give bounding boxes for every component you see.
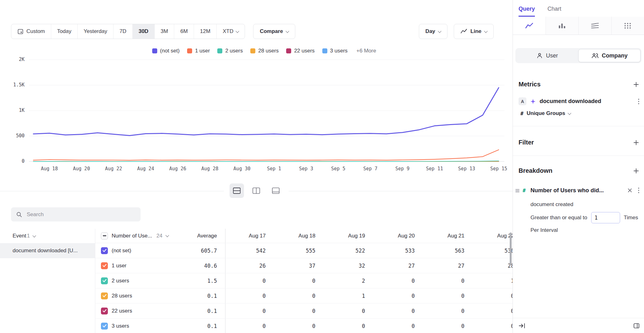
- per-interval-label[interactable]: Per Interval: [530, 227, 640, 233]
- event-cell: [0, 273, 95, 288]
- range-30d[interactable]: 30D: [132, 24, 154, 39]
- range-yesterday[interactable]: Yesterday: [77, 24, 113, 39]
- row-value: 0: [225, 273, 275, 288]
- unit-label: Times: [624, 215, 638, 221]
- compare-button[interactable]: Compare: [253, 24, 295, 39]
- row-value: 555: [275, 243, 325, 258]
- series-name-cell: 28 users: [95, 288, 180, 303]
- row-average: 0.1: [180, 303, 225, 318]
- date-column-headers: Aug 17Aug 18Aug 19Aug 20Aug 21Aug 22: [225, 229, 513, 243]
- range-7d[interactable]: 7D: [113, 24, 132, 39]
- event-cell[interactable]: document downloaded [U...: [0, 243, 95, 258]
- table-body: document downloaded [U...(not set)605.75…: [0, 243, 513, 333]
- series-checkbox[interactable]: [101, 292, 108, 299]
- breakdown-property-name[interactable]: Number of Users who did...: [530, 187, 622, 194]
- search-input[interactable]: [26, 211, 136, 218]
- metric-options-icon[interactable]: [638, 98, 640, 105]
- collapse-panel-icon[interactable]: [519, 323, 525, 329]
- legend-more[interactable]: +6 More: [356, 48, 376, 54]
- date-range-selector: Custom Today Yesterday 7D 30D 3M 6M 12M …: [11, 24, 245, 39]
- row-value: 1: [325, 288, 375, 303]
- legend-swatch: [217, 48, 222, 53]
- series-checkbox[interactable]: [101, 262, 108, 269]
- event-sparkle-icon: [530, 99, 536, 104]
- average-column-header: Average: [180, 229, 225, 243]
- row-average: 1.5: [180, 273, 225, 288]
- bar-chart-tab[interactable]: [546, 17, 579, 35]
- split-vertical-view-button[interactable]: [249, 183, 264, 198]
- chevron-down-icon: [484, 29, 487, 33]
- series-checkbox[interactable]: [101, 308, 108, 314]
- chart-type-button[interactable]: Line: [454, 24, 494, 39]
- add-filter-button[interactable]: [633, 140, 639, 145]
- row-value: 1: [474, 273, 513, 288]
- chart-line: [33, 88, 499, 135]
- tab-query[interactable]: Query: [519, 6, 535, 17]
- breakdown-event-name[interactable]: document created: [530, 201, 640, 208]
- metric-event-name[interactable]: document downloaded: [540, 98, 634, 105]
- row-value: 0: [474, 288, 513, 303]
- range-12m[interactable]: 12M: [194, 24, 216, 39]
- event-selector[interactable]: Event 1: [0, 229, 95, 243]
- series-label: 1 user: [112, 263, 126, 269]
- search-icon: [16, 211, 22, 218]
- company-toggle[interactable]: Company: [578, 49, 641, 62]
- close-icon[interactable]: [628, 188, 632, 193]
- range-6m[interactable]: 6M: [174, 24, 194, 39]
- legend-item[interactable]: (not set): [152, 48, 180, 54]
- legend-item[interactable]: 3 users: [322, 48, 348, 54]
- grid-dots-icon: [624, 22, 632, 30]
- row-average: 0.1: [180, 288, 225, 303]
- line-chart[interactable]: [29, 57, 504, 164]
- split-horizontal-view-button[interactable]: [230, 183, 244, 198]
- x-axis-label: Sep 15: [490, 166, 507, 172]
- select-all-checkbox[interactable]: [101, 232, 108, 239]
- add-breakdown-button[interactable]: [633, 168, 639, 174]
- more-charts-tab[interactable]: [611, 17, 644, 35]
- user-toggle[interactable]: User: [516, 49, 578, 62]
- row-value: 27: [375, 258, 424, 273]
- range-3m[interactable]: 3M: [154, 24, 174, 39]
- row-value: 522: [325, 243, 375, 258]
- x-axis-label: Aug 26: [169, 166, 186, 172]
- x-axis: Aug 18Aug 20Aug 22Aug 24Aug 26Aug 28Aug …: [29, 166, 504, 173]
- row-value: 563: [424, 243, 474, 258]
- group-column-selector[interactable]: Number of Use... 24: [95, 229, 180, 243]
- chart-type-tabs: [513, 17, 644, 35]
- legend-item[interactable]: 22 users: [286, 48, 314, 54]
- line-chart-tab[interactable]: [513, 17, 546, 35]
- legend-swatch: [250, 48, 255, 53]
- chart-line: [33, 161, 499, 161]
- series-checkbox[interactable]: [101, 277, 108, 284]
- range-xtd[interactable]: XTD: [216, 24, 245, 39]
- measure-selector[interactable]: # Unique Groups: [520, 110, 640, 117]
- row-value: 536: [474, 243, 513, 258]
- series-checkbox[interactable]: [101, 247, 108, 254]
- query-panel: Query Chart: [513, 0, 644, 333]
- operator-label[interactable]: Greater than or equal to: [530, 215, 587, 221]
- legend-item[interactable]: 1 user: [187, 48, 210, 54]
- table-only-view-button[interactable]: [269, 183, 283, 198]
- legend-item[interactable]: 28 users: [250, 48, 279, 54]
- series-checkbox[interactable]: [101, 323, 108, 330]
- range-today[interactable]: Today: [51, 24, 77, 39]
- tab-chart[interactable]: Chart: [547, 6, 561, 17]
- add-metric-button[interactable]: [633, 82, 639, 87]
- threshold-input[interactable]: [591, 212, 620, 223]
- drag-handle-icon[interactable]: [515, 189, 519, 192]
- line-chart-icon: [460, 28, 467, 35]
- number-icon: #: [520, 111, 524, 117]
- series-name-cell: (not set): [95, 243, 180, 258]
- table-row: document downloaded [U...(not set)605.75…: [0, 243, 513, 258]
- row-value: 0: [225, 288, 275, 303]
- flow-chart-tab[interactable]: [578, 17, 611, 35]
- granularity-button[interactable]: Day: [419, 24, 447, 39]
- series-label: 2 users: [112, 278, 129, 284]
- row-value: 0: [275, 288, 325, 303]
- main-area: Custom Today Yesterday 7D 30D 3M 6M 12M …: [0, 0, 513, 333]
- legend-swatch: [286, 48, 291, 53]
- layout-panel-icon[interactable]: [633, 323, 640, 329]
- vertical-scrollbar[interactable]: [510, 232, 512, 265]
- legend-item[interactable]: 2 users: [217, 48, 243, 54]
- breakdown-options-icon[interactable]: [638, 187, 640, 194]
